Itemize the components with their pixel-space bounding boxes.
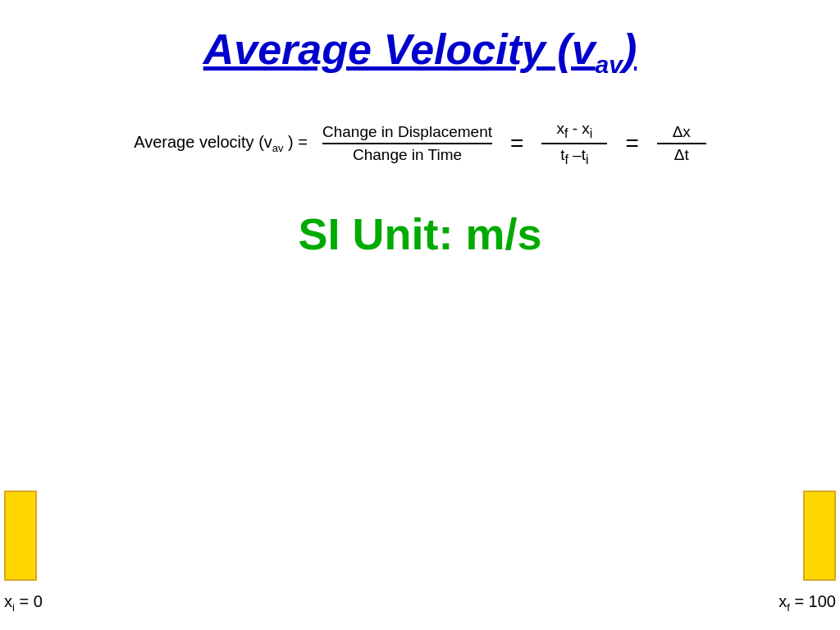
- fraction-delta: Δx Δt: [657, 123, 706, 164]
- title-section: Average Velocity (vav): [0, 0, 840, 79]
- denominator-time: Change in Time: [322, 143, 492, 164]
- si-unit-label: SI Unit: m/s: [298, 209, 541, 258]
- formula-section: Average velocity (vav ) = Change in Disp…: [0, 120, 840, 167]
- numerator-delta-x: Δx: [673, 123, 691, 143]
- left-position-label: xi = 0: [4, 592, 43, 614]
- bottom-section: ti = 0 xi = 0 tf = 5 xf = 100: [0, 450, 840, 630]
- equals-1: =: [510, 130, 523, 157]
- page-title: Average Velocity (vav): [203, 25, 637, 73]
- denominator-tf-ti: tf –ti: [541, 143, 607, 167]
- numerator-xf-xi: xf - xi: [556, 120, 592, 143]
- denominator-delta-t: Δt: [657, 143, 706, 164]
- right-bar: [803, 491, 836, 581]
- right-position-label: xf = 100: [778, 592, 836, 614]
- fraction-xf-xi: xf - xi tf –ti: [541, 120, 607, 167]
- left-bar: [4, 491, 37, 581]
- fraction-displacement-time: Change in Displacement Change in Time: [322, 123, 492, 164]
- equals-2: =: [625, 130, 638, 157]
- formula-label: Average velocity (vav ) =: [134, 133, 308, 154]
- si-unit-section: SI Unit: m/s: [0, 208, 840, 259]
- numerator-displacement: Change in Displacement: [322, 123, 492, 143]
